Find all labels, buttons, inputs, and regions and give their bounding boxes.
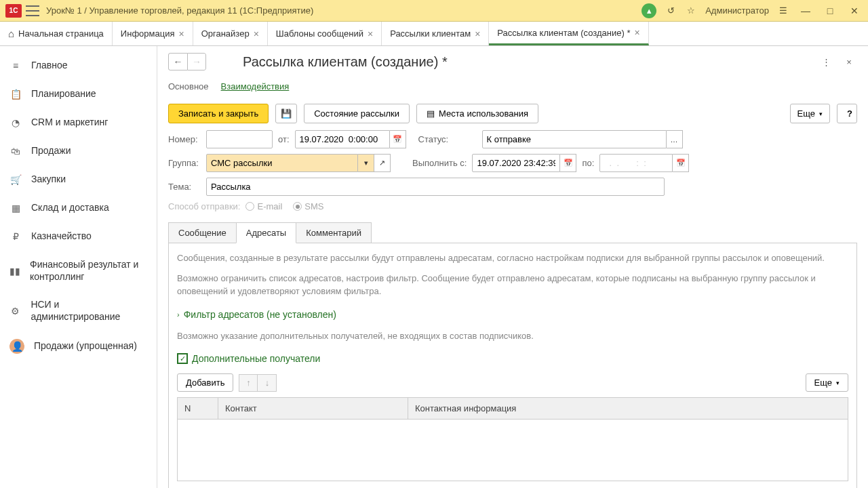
save-button[interactable]: 💾 xyxy=(275,104,297,123)
move-up-button[interactable]: ↑ xyxy=(239,374,258,392)
help-button[interactable]: ? xyxy=(837,104,857,123)
minimize-button[interactable]: — xyxy=(797,3,814,19)
user-label[interactable]: Администратор xyxy=(705,5,769,16)
nav-back-button[interactable]: ← xyxy=(168,53,187,70)
calendar-icon[interactable]: 📅 xyxy=(390,130,406,148)
sidebar-item-planning[interactable]: 📋 Планирование xyxy=(0,80,157,108)
sub-tab-recipients[interactable]: Адресаты xyxy=(236,222,296,243)
tabsbar: ⌂ Начальная страница Информация × Органа… xyxy=(0,22,868,46)
home-icon: ⌂ xyxy=(8,28,14,39)
star-icon[interactable]: ☆ xyxy=(685,5,697,17)
additional-collapsible[interactable]: ✓ Дополнительные получатели xyxy=(177,349,848,368)
th-contact[interactable]: Контакт xyxy=(218,398,408,419)
th-info[interactable]: Контактная информация xyxy=(408,398,848,419)
tab-close-icon[interactable]: × xyxy=(634,27,639,38)
tab-organizer[interactable]: Органайзер × xyxy=(193,22,268,45)
sidebar-label: Казначейство xyxy=(31,230,92,243)
inner-tab-interactions[interactable]: Взаимодействия xyxy=(221,77,290,96)
tab-label: Рассылка клиентам (создание) * xyxy=(497,28,630,38)
date-from-input[interactable] xyxy=(295,130,390,148)
table-more-button[interactable]: Еще ▾ xyxy=(806,373,848,392)
additional-label: Дополнительные получатели xyxy=(192,353,320,364)
number-input[interactable] xyxy=(206,130,273,148)
tab-mailings[interactable]: Рассылки клиентам × xyxy=(382,22,489,45)
inner-tab-main[interactable]: Основное xyxy=(168,77,209,96)
ruble-icon: ₽ xyxy=(9,230,22,243)
group-input[interactable] xyxy=(206,154,358,172)
tab-close-icon[interactable]: × xyxy=(178,28,184,39)
tab-label: Рассылки клиентам xyxy=(390,28,471,39)
close-button[interactable]: ✕ xyxy=(846,3,863,19)
recipients-panel: Сообщения, созданные в результате рассыл… xyxy=(168,243,857,488)
exec-from-input[interactable] xyxy=(472,154,560,172)
tab-label: Начальная страница xyxy=(18,28,104,39)
exec-from-label: Выполнить с: xyxy=(412,158,467,168)
chevron-down-icon: ▾ xyxy=(836,380,840,386)
notification-icon[interactable]: ▲ xyxy=(642,3,656,18)
sidebar-label: Планирование xyxy=(31,88,96,100)
to-label: по: xyxy=(582,158,594,168)
status-more-button[interactable]: … xyxy=(667,130,683,148)
tab-close-icon[interactable]: × xyxy=(254,28,259,39)
subject-input[interactable] xyxy=(206,178,665,196)
history-icon[interactable]: ↺ xyxy=(665,5,677,17)
more-label: Еще xyxy=(814,378,832,388)
more-button[interactable]: Еще ▾ xyxy=(790,104,830,123)
open-icon[interactable]: ↗ xyxy=(374,154,391,172)
calendar-icon[interactable]: 📅 xyxy=(560,154,576,172)
grid-icon: ▦ xyxy=(9,202,22,214)
nav-forward-button[interactable]: → xyxy=(187,53,206,70)
radio-sms[interactable]: SMS xyxy=(293,201,323,211)
tab-home[interactable]: ⌂ Начальная страница xyxy=(0,22,113,45)
calendar-icon[interactable]: 📅 xyxy=(673,154,689,172)
tab-close-icon[interactable]: × xyxy=(475,28,480,39)
sidebar-item-purchases[interactable]: 🛒 Закупки xyxy=(0,165,157,194)
sidebar-item-main[interactable]: ≡ Главное xyxy=(0,52,157,80)
menu-icon: ≡ xyxy=(9,60,22,72)
tab-templates[interactable]: Шаблоны сообщений × xyxy=(268,22,382,45)
radio-label: E-mail xyxy=(257,201,282,211)
tab-mailing-create[interactable]: Рассылка клиентам (создание) * × xyxy=(489,22,648,45)
sub-tab-comment[interactable]: Комментарий xyxy=(296,222,372,243)
to-input[interactable] xyxy=(599,154,673,172)
sidebar-label: Финансовый результат и контроллинг xyxy=(30,259,147,283)
calendar-icon: 📋 xyxy=(9,88,22,100)
filter-collapsible[interactable]: › Фильтр адресатов (не установлен) xyxy=(177,305,848,324)
radio-email[interactable]: E-mail xyxy=(245,201,282,211)
tab-close-icon[interactable]: × xyxy=(368,28,373,39)
add-button[interactable]: Добавить xyxy=(177,373,233,392)
hamburger-icon[interactable] xyxy=(26,5,39,16)
sub-tab-message[interactable]: Сообщение xyxy=(168,222,237,243)
sidebar-item-crm[interactable]: ◔ CRM и маркетинг xyxy=(0,108,157,137)
status-input[interactable] xyxy=(482,130,667,148)
usage-label: Места использования xyxy=(439,108,528,119)
info-text-3: Возможно указание дополнительных получат… xyxy=(177,329,848,343)
more-actions-icon[interactable]: ⋮ xyxy=(818,54,834,70)
window-title: Урок№ 1 / Управление торговлей, редакция… xyxy=(46,5,642,16)
tab-info[interactable]: Информация × xyxy=(113,22,193,45)
info-text-2: Возможно ограничить список адресатов, на… xyxy=(177,272,848,298)
number-label: Номер: xyxy=(168,134,201,144)
tab-label: Органайзер xyxy=(201,28,250,39)
usage-button[interactable]: ▤ Места использования xyxy=(416,104,538,123)
settings-icon[interactable]: ☰ xyxy=(777,5,789,17)
maximize-button[interactable]: □ xyxy=(822,3,838,19)
sidebar-item-sales-simple[interactable]: 👤 Продажи (упрощенная) xyxy=(0,331,157,362)
move-down-button[interactable]: ↓ xyxy=(258,374,277,392)
th-n[interactable]: N xyxy=(178,398,218,419)
recipients-table: N Контакт Контактная информация xyxy=(177,397,848,481)
sidebar-item-finance[interactable]: ▮▮ Финансовый результат и контроллинг xyxy=(0,251,157,291)
tab-label: Шаблоны сообщений xyxy=(276,28,363,39)
dropdown-icon[interactable]: ▾ xyxy=(358,154,374,172)
sidebar-item-sales[interactable]: 🛍 Продажи xyxy=(0,137,157,165)
save-close-button[interactable]: Записать и закрыть xyxy=(168,104,269,123)
sidebar-item-admin[interactable]: ⚙ НСИ и администрирование xyxy=(0,291,157,331)
subject-label: Тема: xyxy=(168,182,201,192)
close-panel-icon[interactable]: × xyxy=(841,54,857,70)
sidebar-item-warehouse[interactable]: ▦ Склад и доставка xyxy=(0,194,157,222)
sidebar-label: НСИ и администрирование xyxy=(31,299,147,323)
sidebar-item-treasury[interactable]: ₽ Казначейство xyxy=(0,222,157,251)
status-button[interactable]: Состояние рассылки xyxy=(304,104,410,123)
bars-icon: ▮▮ xyxy=(9,265,20,277)
table-body[interactable] xyxy=(178,420,848,481)
